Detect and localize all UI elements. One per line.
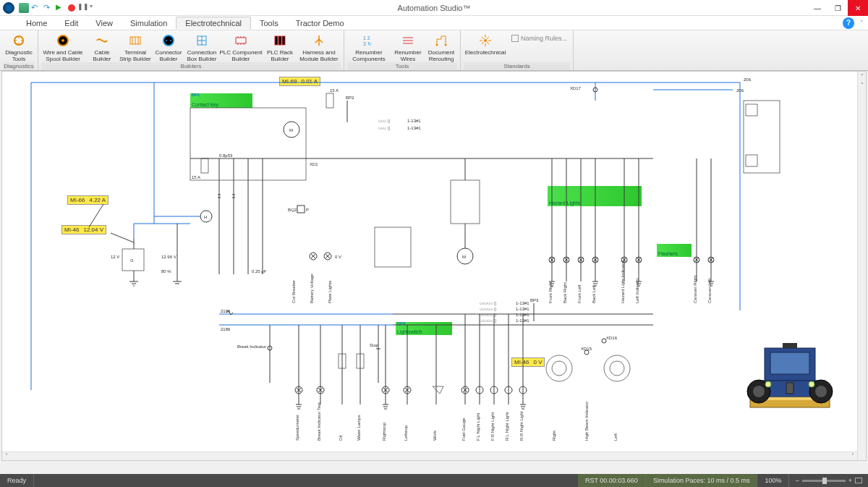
- group-label: Builders: [41, 62, 341, 70]
- svg-point-4: [163, 35, 174, 46]
- svg-text:Fuel Gauge: Fuel Gauge: [461, 418, 466, 441]
- scroll-right-icon[interactable]: ˃: [848, 452, 857, 460]
- tab-view[interactable]: View: [87, 17, 122, 29]
- tab-edit[interactable]: Edit: [56, 17, 87, 29]
- tab-tools[interactable]: Tools: [251, 17, 287, 29]
- zoom-fit-icon[interactable]: [855, 478, 862, 483]
- qat-record-icon[interactable]: [68, 4, 75, 12]
- svg-point-173: [765, 381, 771, 387]
- svg-text:BQ2: BQ2: [288, 208, 297, 212]
- tab-electrotechnical[interactable]: Electrotechnical: [176, 17, 251, 29]
- qat-pause-icon[interactable]: ❚❚: [77, 3, 88, 13]
- connector-builder-button[interactable]: Connector Builder: [153, 32, 184, 62]
- qat-undo-icon[interactable]: ↶: [31, 3, 41, 13]
- plc-component-button[interactable]: PLC Component Builder: [219, 32, 263, 62]
- schematic-canvas[interactable]: MI-690.01 A MI-664.22 A MI-4612.04 V MI-…: [1, 71, 867, 461]
- svg-text:Front Left: Front Left: [577, 284, 582, 303]
- svg-text:○○○○○ ▯: ○○○○○ ▯: [480, 313, 496, 317]
- svg-point-117: [546, 355, 572, 381]
- svg-point-119: [604, 355, 630, 381]
- document-rerouting-button[interactable]: Document Rerouting: [425, 32, 457, 62]
- qat-play-icon[interactable]: ▶: [56, 3, 66, 13]
- svg-point-16: [484, 39, 487, 42]
- svg-rect-164: [770, 352, 809, 374]
- svg-text:XD16: XD16: [606, 336, 618, 340]
- ribbon-group-tools: 1 23 ↻Renumber Components Renumber Wires…: [344, 30, 461, 70]
- plc-icon: [234, 33, 248, 48]
- svg-text:0 V: 0 V: [335, 255, 341, 259]
- rack-icon: [273, 33, 287, 48]
- tab-simulation[interactable]: Simulation: [122, 17, 176, 29]
- svg-text:Leftstop: Leftstop: [404, 425, 408, 441]
- connector-icon: [161, 33, 176, 48]
- status-paces: Simulation Paces: 10 ms / 0.5 ms: [646, 474, 758, 487]
- svg-text:Stop: Stop: [370, 343, 379, 347]
- zoom-in-icon[interactable]: +: [848, 477, 852, 484]
- svg-text:1-13#1: 1-13#1: [407, 119, 421, 123]
- std-icon: [478, 33, 493, 48]
- svg-rect-95: [744, 101, 780, 173]
- svg-rect-175: [786, 383, 793, 394]
- plc-rack-button[interactable]: PLC Rack Builder: [264, 32, 296, 62]
- electrotechnical-std-button[interactable]: Electrotechnical: [464, 32, 507, 56]
- svg-text:F.L Night Light: F.L Night Light: [476, 413, 480, 441]
- diagnostic-tools-button[interactable]: Diagnostic Tools: [3, 32, 35, 62]
- help-button[interactable]: ?: [843, 17, 854, 29]
- svg-rect-9: [275, 36, 278, 45]
- terminal-strip-button[interactable]: Terminal Strip Builder: [119, 32, 151, 62]
- svg-text:Right: Right: [552, 431, 556, 441]
- svg-point-118: [552, 361, 566, 376]
- wire-cable-spool-button[interactable]: Wire and Cable Spool Builder: [41, 32, 85, 62]
- svg-text:1-13#1: 1-13#1: [407, 126, 421, 130]
- svg-text:15 A: 15 A: [330, 88, 339, 93]
- tab-tractor-demo[interactable]: Tractor Demo: [287, 17, 353, 29]
- svg-line-52: [89, 204, 103, 227]
- connection-box-button[interactable]: Connection Box Builder: [186, 32, 218, 62]
- scroll-down-icon[interactable]: ˅: [858, 80, 866, 89]
- svg-text:M: M: [289, 128, 293, 132]
- renumber-components-button[interactable]: 1 23 ↻Renumber Components: [347, 32, 391, 62]
- tractor-illustration: [743, 341, 837, 420]
- horizontal-scrollbar[interactable]: ˂˃: [2, 452, 857, 460]
- scroll-left-icon[interactable]: ˂: [2, 452, 11, 460]
- close-button[interactable]: ✕: [848, 0, 868, 16]
- scroll-up-icon[interactable]: ˄: [858, 72, 866, 80]
- zoom-slider[interactable]: − +: [789, 477, 868, 484]
- svg-point-120: [610, 361, 624, 376]
- naming-rules-check[interactable]: Naming Rules...: [509, 32, 570, 45]
- svg-text:Oil: Oil: [339, 436, 343, 441]
- tab-home[interactable]: Home: [17, 17, 56, 29]
- svg-point-6: [170, 40, 171, 41]
- svg-text:H: H: [204, 215, 207, 219]
- qat-redo-icon[interactable]: ↷: [43, 3, 54, 13]
- svg-text:15 A: 15 A: [192, 175, 200, 179]
- svg-text:BP3: BP3: [530, 298, 539, 302]
- qat-save-icon[interactable]: [19, 3, 29, 13]
- svg-text:Rightstop: Rightstop: [382, 422, 386, 441]
- maximize-button[interactable]: ❐: [827, 0, 848, 16]
- zoom-out-icon[interactable]: −: [795, 477, 799, 484]
- vertical-scrollbar[interactable]: ˄˅: [857, 72, 866, 460]
- cable-builder-button[interactable]: Cable Builder: [86, 32, 118, 62]
- svg-text:XD1: XD1: [310, 162, 318, 166]
- ribbon-expand-icon[interactable]: ˄: [860, 20, 864, 27]
- svg-text:○○○○○ ▯: ○○○○○ ▯: [480, 318, 496, 323]
- svg-point-169: [753, 386, 765, 397]
- svg-text:Back Left: Back Left: [592, 285, 596, 303]
- svg-point-14: [436, 44, 438, 46]
- harness-module-button[interactable]: Harness and Module Builder: [297, 32, 341, 62]
- renumber-wires-button[interactable]: Renumber Wires: [392, 32, 424, 62]
- svg-text:1-13#1: 1-13#1: [516, 307, 529, 311]
- svg-point-174: [809, 381, 814, 387]
- quick-access-toolbar[interactable]: ↶ ↷ ▶ ❚❚ ▾: [19, 3, 100, 13]
- cable-icon: [95, 33, 109, 48]
- group-label: Tools: [347, 62, 457, 70]
- svg-text:F.R Night Light: F.R Night Light: [490, 412, 495, 441]
- qat-dropdown-icon[interactable]: ▾: [90, 3, 100, 13]
- svg-text:2186: 2186: [221, 327, 231, 331]
- minimize-button[interactable]: —: [807, 0, 827, 16]
- terminal-icon: [128, 33, 142, 48]
- svg-text:1 2: 1 2: [363, 35, 370, 41]
- schematic-svg: 206 206 M 15 A BP2 ○○○ ▯1-13#1 ○○○ ▯1-13…: [2, 72, 866, 452]
- svg-text:XD17: XD17: [570, 86, 582, 90]
